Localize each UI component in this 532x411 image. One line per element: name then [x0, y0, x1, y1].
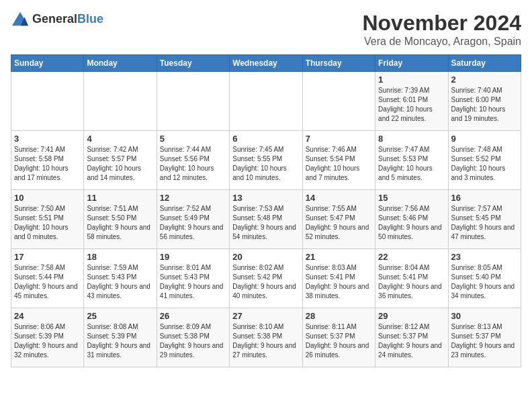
day-info: Sunrise: 7:46 AM Sunset: 5:54 PM Dayligh… [306, 145, 372, 183]
day-info: Sunrise: 8:11 AM Sunset: 5:37 PM Dayligh… [306, 322, 372, 360]
logo-blue: Blue [77, 12, 103, 26]
day-info: Sunrise: 7:41 AM Sunset: 5:58 PM Dayligh… [14, 145, 81, 183]
calendar-cell: 13Sunrise: 7:53 AM Sunset: 5:48 PM Dayli… [230, 190, 302, 249]
day-number: 30 [451, 311, 518, 321]
day-info: Sunrise: 8:04 AM Sunset: 5:41 PM Dayligh… [378, 263, 445, 301]
day-number: 12 [160, 193, 226, 203]
weekday-thursday: Thursday [302, 55, 375, 72]
calendar-cell: 18Sunrise: 7:59 AM Sunset: 5:43 PM Dayli… [84, 249, 157, 308]
day-number: 28 [306, 311, 372, 321]
calendar-cell: 15Sunrise: 7:56 AM Sunset: 5:46 PM Dayli… [375, 190, 448, 249]
day-info: Sunrise: 7:52 AM Sunset: 5:49 PM Dayligh… [160, 204, 226, 242]
day-info: Sunrise: 7:53 AM Sunset: 5:48 PM Dayligh… [232, 204, 299, 242]
day-info: Sunrise: 7:58 AM Sunset: 5:44 PM Dayligh… [14, 263, 81, 301]
calendar-cell [230, 72, 302, 131]
calendar-cell: 19Sunrise: 8:01 AM Sunset: 5:43 PM Dayli… [157, 249, 229, 308]
day-info: Sunrise: 7:56 AM Sunset: 5:46 PM Dayligh… [378, 204, 445, 242]
day-number: 2 [451, 75, 518, 85]
day-info: Sunrise: 8:06 AM Sunset: 5:39 PM Dayligh… [14, 322, 81, 360]
calendar-cell: 17Sunrise: 7:58 AM Sunset: 5:44 PM Dayli… [11, 249, 84, 308]
calendar-cell: 1Sunrise: 7:39 AM Sunset: 6:01 PM Daylig… [375, 72, 448, 131]
calendar-cell: 24Sunrise: 8:06 AM Sunset: 5:39 PM Dayli… [11, 308, 84, 367]
day-info: Sunrise: 7:55 AM Sunset: 5:47 PM Dayligh… [306, 204, 372, 242]
calendar-cell: 14Sunrise: 7:55 AM Sunset: 5:47 PM Dayli… [302, 190, 375, 249]
calendar-cell [84, 72, 157, 131]
day-number: 23 [451, 252, 518, 262]
calendar-cell: 29Sunrise: 8:12 AM Sunset: 5:37 PM Dayli… [375, 308, 448, 367]
day-number: 3 [14, 134, 81, 144]
day-info: Sunrise: 8:02 AM Sunset: 5:42 PM Dayligh… [232, 263, 299, 301]
day-number: 15 [378, 193, 445, 203]
day-info: Sunrise: 7:45 AM Sunset: 5:55 PM Dayligh… [232, 145, 299, 183]
calendar-cell [11, 72, 84, 131]
logo-icon [11, 11, 30, 27]
weekday-friday: Friday [375, 55, 448, 72]
day-info: Sunrise: 7:40 AM Sunset: 6:00 PM Dayligh… [451, 86, 518, 124]
calendar-cell: 23Sunrise: 8:05 AM Sunset: 5:40 PM Dayli… [448, 249, 521, 308]
day-info: Sunrise: 8:05 AM Sunset: 5:40 PM Dayligh… [451, 263, 518, 301]
day-number: 10 [14, 193, 81, 203]
calendar-cell: 28Sunrise: 8:11 AM Sunset: 5:37 PM Dayli… [302, 308, 375, 367]
calendar-cell: 6Sunrise: 7:45 AM Sunset: 5:55 PM Daylig… [230, 131, 302, 190]
calendar-week-2: 3Sunrise: 7:41 AM Sunset: 5:58 PM Daylig… [11, 131, 521, 190]
day-info: Sunrise: 7:59 AM Sunset: 5:43 PM Dayligh… [87, 263, 153, 301]
weekday-monday: Monday [84, 55, 157, 72]
day-number: 26 [160, 311, 226, 321]
calendar-week-5: 24Sunrise: 8:06 AM Sunset: 5:39 PM Dayli… [11, 308, 521, 367]
day-info: Sunrise: 8:10 AM Sunset: 5:38 PM Dayligh… [232, 322, 299, 360]
day-number: 13 [232, 193, 299, 203]
day-info: Sunrise: 8:08 AM Sunset: 5:39 PM Dayligh… [87, 322, 153, 360]
day-info: Sunrise: 8:01 AM Sunset: 5:43 PM Dayligh… [160, 263, 226, 301]
day-number: 6 [232, 134, 299, 144]
day-number: 20 [232, 252, 299, 262]
calendar-cell: 26Sunrise: 8:09 AM Sunset: 5:38 PM Dayli… [157, 308, 229, 367]
calendar-cell: 9Sunrise: 7:48 AM Sunset: 5:52 PM Daylig… [448, 131, 521, 190]
calendar-cell: 5Sunrise: 7:44 AM Sunset: 5:56 PM Daylig… [157, 131, 229, 190]
calendar-week-4: 17Sunrise: 7:58 AM Sunset: 5:44 PM Dayli… [11, 249, 521, 308]
day-info: Sunrise: 8:03 AM Sunset: 5:41 PM Dayligh… [306, 263, 372, 301]
location-title: Vera de Moncayo, Aragon, Spain [362, 36, 521, 48]
day-number: 25 [87, 311, 153, 321]
title-area: November 2024 Vera de Moncayo, Aragon, S… [362, 11, 521, 48]
calendar-week-1: 1Sunrise: 7:39 AM Sunset: 6:01 PM Daylig… [11, 72, 521, 131]
day-number: 16 [451, 193, 518, 203]
day-number: 19 [160, 252, 226, 262]
month-title: November 2024 [362, 11, 521, 36]
day-info: Sunrise: 8:09 AM Sunset: 5:38 PM Dayligh… [160, 322, 226, 360]
calendar-cell: 22Sunrise: 8:04 AM Sunset: 5:41 PM Dayli… [375, 249, 448, 308]
day-number: 5 [160, 134, 226, 144]
day-info: Sunrise: 7:47 AM Sunset: 5:53 PM Dayligh… [378, 145, 445, 183]
calendar-cell: 8Sunrise: 7:47 AM Sunset: 5:53 PM Daylig… [375, 131, 448, 190]
day-number: 14 [306, 193, 372, 203]
day-number: 18 [87, 252, 153, 262]
calendar-cell: 27Sunrise: 8:10 AM Sunset: 5:38 PM Dayli… [230, 308, 302, 367]
day-number: 21 [306, 252, 372, 262]
header: GeneralBlue November 2024 Vera de Moncay… [11, 11, 521, 48]
day-number: 7 [306, 134, 372, 144]
day-info: Sunrise: 7:57 AM Sunset: 5:45 PM Dayligh… [451, 204, 518, 242]
day-info: Sunrise: 7:50 AM Sunset: 5:51 PM Dayligh… [14, 204, 81, 242]
weekday-sunday: Sunday [11, 55, 84, 72]
day-number: 1 [378, 75, 445, 85]
calendar-cell: 2Sunrise: 7:40 AM Sunset: 6:00 PM Daylig… [448, 72, 521, 131]
calendar-cell: 11Sunrise: 7:51 AM Sunset: 5:50 PM Dayli… [84, 190, 157, 249]
day-number: 29 [378, 311, 445, 321]
logo-general: General [32, 12, 77, 26]
calendar-cell: 16Sunrise: 7:57 AM Sunset: 5:45 PM Dayli… [448, 190, 521, 249]
calendar-table: SundayMondayTuesdayWednesdayThursdayFrid… [11, 54, 521, 367]
calendar-cell: 21Sunrise: 8:03 AM Sunset: 5:41 PM Dayli… [302, 249, 375, 308]
weekday-tuesday: Tuesday [157, 55, 229, 72]
calendar-cell: 7Sunrise: 7:46 AM Sunset: 5:54 PM Daylig… [302, 131, 375, 190]
day-number: 27 [232, 311, 299, 321]
calendar-cell: 20Sunrise: 8:02 AM Sunset: 5:42 PM Dayli… [230, 249, 302, 308]
calendar-cell: 12Sunrise: 7:52 AM Sunset: 5:49 PM Dayli… [157, 190, 229, 249]
day-number: 22 [378, 252, 445, 262]
day-info: Sunrise: 7:51 AM Sunset: 5:50 PM Dayligh… [87, 204, 153, 242]
day-info: Sunrise: 8:13 AM Sunset: 5:37 PM Dayligh… [451, 322, 518, 360]
calendar-cell: 4Sunrise: 7:42 AM Sunset: 5:57 PM Daylig… [84, 131, 157, 190]
day-number: 11 [87, 193, 153, 203]
day-info: Sunrise: 7:42 AM Sunset: 5:57 PM Dayligh… [87, 145, 153, 183]
day-number: 24 [14, 311, 81, 321]
calendar-body: 1Sunrise: 7:39 AM Sunset: 6:01 PM Daylig… [11, 72, 521, 367]
day-number: 17 [14, 252, 81, 262]
